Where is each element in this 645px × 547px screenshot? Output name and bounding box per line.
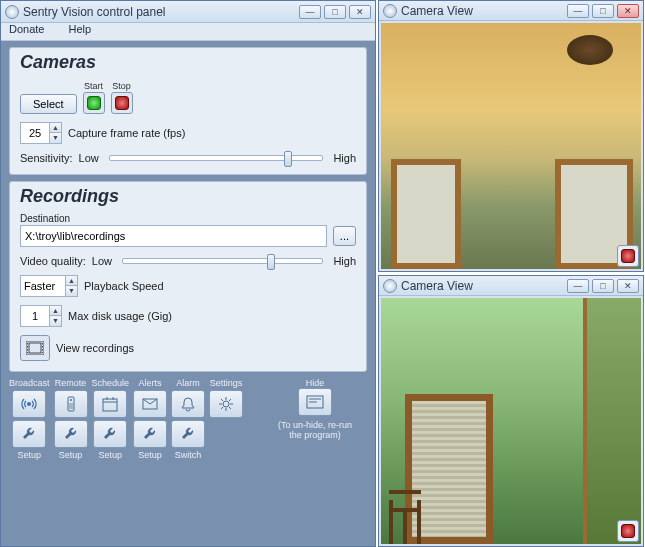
remote-icon (63, 396, 79, 412)
camera-view-2-window: Camera View — □ ✕ (378, 275, 644, 547)
cam2-maximize[interactable]: □ (592, 279, 614, 293)
stop-label: Stop (111, 81, 133, 91)
alerts-label: Alerts (139, 378, 162, 388)
disk-up[interactable]: ▲ (49, 306, 61, 316)
cam1-window-left (391, 159, 461, 269)
stop-icon (115, 96, 129, 110)
playback-label: Playback Speed (84, 280, 164, 292)
cam2-app-icon (383, 279, 397, 293)
wrench-icon (180, 426, 196, 442)
stop-button[interactable] (111, 92, 133, 114)
broadcast-setup-button[interactable] (12, 420, 46, 448)
cam2-titlebar[interactable]: Camera View — □ ✕ (379, 276, 643, 296)
schedule-button[interactable] (93, 390, 127, 418)
cam1-title: Camera View (401, 4, 567, 18)
settings-button[interactable] (209, 390, 243, 418)
alarm-label: Alarm (176, 378, 200, 388)
video-quality-label: Video quality: (20, 255, 86, 267)
svg-rect-7 (69, 403, 73, 409)
fps-up[interactable]: ▲ (49, 123, 61, 133)
disk-input[interactable] (21, 306, 49, 326)
destination-input[interactable] (20, 225, 327, 247)
alarm-switch-label: Switch (175, 450, 202, 460)
cam2-close[interactable]: ✕ (617, 279, 639, 293)
browse-button[interactable]: ... (333, 226, 356, 246)
remote-setup-label: Setup (59, 450, 83, 460)
menu-donate[interactable]: Donate (9, 23, 44, 40)
alerts-setup-button[interactable] (133, 420, 167, 448)
minimize-button[interactable]: — (299, 5, 321, 19)
film-icon (26, 341, 44, 355)
tool-settings: Settings (209, 378, 243, 460)
disk-spinner[interactable]: ▲▼ (20, 305, 62, 327)
recordings-section: Recordings Destination ... Video quality… (9, 181, 367, 372)
gear-icon (218, 396, 234, 412)
wrench-icon (21, 426, 37, 442)
destination-label: Destination (20, 213, 356, 224)
svg-point-4 (27, 402, 31, 406)
playback-input[interactable] (21, 276, 65, 296)
cam2-title: Camera View (401, 279, 567, 293)
alerts-button[interactable] (133, 390, 167, 418)
cam1-close[interactable]: ✕ (617, 4, 639, 18)
playback-up[interactable]: ▲ (65, 276, 77, 286)
remote-label: Remote (55, 378, 87, 388)
broadcast-button[interactable] (12, 390, 46, 418)
recordings-heading: Recordings (20, 186, 356, 207)
close-button[interactable]: ✕ (349, 5, 371, 19)
alarm-button[interactable] (171, 390, 205, 418)
window-title: Sentry Vision control panel (23, 5, 299, 19)
svg-point-6 (70, 399, 72, 401)
remote-button[interactable] (54, 390, 88, 418)
playback-down[interactable]: ▼ (65, 286, 77, 296)
sensitivity-high: High (333, 152, 356, 164)
cameras-section: Cameras Select Start Stop ▲▼ Capture fra… (9, 47, 367, 175)
menu-help[interactable]: Help (68, 23, 91, 40)
record-icon (621, 249, 635, 263)
view-recordings-button[interactable] (20, 335, 50, 361)
remote-setup-button[interactable] (54, 420, 88, 448)
fps-down[interactable]: ▼ (49, 133, 61, 143)
cam1-app-icon (383, 4, 397, 18)
tool-schedule: Schedule Setup (92, 378, 130, 460)
video-quality-slider[interactable] (122, 258, 323, 264)
schedule-setup-button[interactable] (93, 420, 127, 448)
video-quality-thumb[interactable] (267, 254, 275, 270)
hide-button[interactable] (298, 388, 332, 416)
sensitivity-label: Sensitivity: (20, 152, 73, 164)
hide-label: Hide (306, 378, 325, 388)
camera-view-1-window: Camera View — □ ✕ (378, 0, 644, 272)
cam2-wall-right (583, 298, 641, 544)
select-camera-button[interactable]: Select (20, 94, 77, 114)
sensitivity-slider[interactable] (109, 155, 324, 161)
maximize-button[interactable]: □ (324, 5, 346, 19)
fps-input[interactable] (21, 123, 49, 143)
mail-icon (142, 396, 158, 412)
tool-remote: Remote Setup (54, 378, 88, 460)
titlebar[interactable]: Sentry Vision control panel — □ ✕ (1, 1, 375, 23)
settings-label: Settings (210, 378, 243, 388)
cam2-record-button[interactable] (617, 520, 639, 542)
start-button[interactable] (83, 92, 105, 114)
cam2-minimize[interactable]: — (567, 279, 589, 293)
fps-spinner[interactable]: ▲▼ (20, 122, 62, 144)
cam1-titlebar[interactable]: Camera View — □ ✕ (379, 1, 643, 21)
view-recordings-label: View recordings (56, 342, 134, 354)
alerts-setup-label: Setup (138, 450, 162, 460)
tool-hide: Hide (To un-hide, re-run the program) (275, 378, 355, 460)
broadcast-label: Broadcast (9, 378, 50, 388)
wrench-icon (102, 426, 118, 442)
cam1-maximize[interactable]: □ (592, 4, 614, 18)
hide-hint: (To un-hide, re-run the program) (275, 420, 355, 440)
schedule-setup-label: Setup (99, 450, 123, 460)
disk-down[interactable]: ▼ (49, 316, 61, 326)
wrench-icon (142, 426, 158, 442)
cam1-feed (381, 23, 641, 269)
svg-rect-1 (29, 343, 41, 353)
playback-spinner[interactable]: ▲▼ (20, 275, 78, 297)
cam1-minimize[interactable]: — (567, 4, 589, 18)
alarm-switch-button[interactable] (171, 420, 205, 448)
cam1-light-fixture (567, 35, 613, 65)
cam1-record-button[interactable] (617, 245, 639, 267)
sensitivity-thumb[interactable] (284, 151, 292, 167)
